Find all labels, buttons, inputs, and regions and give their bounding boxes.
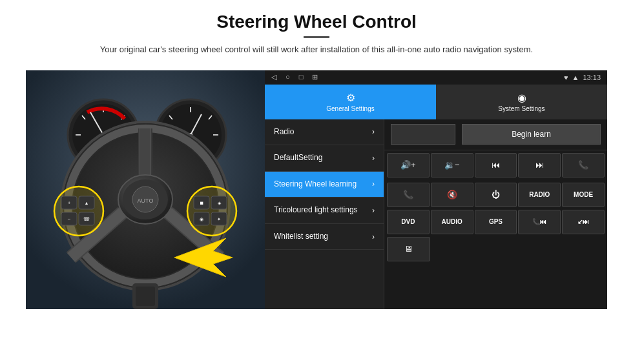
svg-text:+: + [68,200,71,206]
chevron-default: › [372,154,375,163]
menu-item-radio[interactable]: Radio › [265,119,384,146]
svg-text:◉: ◉ [200,217,203,221]
menu-icon[interactable]: ⊞ [312,73,318,81]
gps-button[interactable]: GPS [475,210,517,234]
skip-next-icon: ↙⏭ [577,218,589,225]
prev-track-button[interactable]: ⏮ [475,153,517,177]
subtitle: Your original car's steering wheel contr… [100,43,533,56]
power-button[interactable]: ⏻ [475,183,517,207]
back-icon[interactable]: ◁ [271,73,276,81]
menu-whitelist-label: Whitelist setting [274,232,372,242]
tab-general-label: General Settings [326,105,375,112]
menu-item-default-setting[interactable]: DefaultSetting › [265,145,384,172]
svg-text:☎: ☎ [83,216,90,222]
vol-down-button[interactable]: 🔉− [431,153,473,177]
control-grid-row1: 🔊+ 🔉− ⏮ ⏭ 📞 [384,150,607,180]
next-track-icon: ⏭ [535,160,544,170]
begin-learn-row: Begin learn [384,119,607,150]
svg-text:−: − [68,216,71,222]
page-container: Steering Wheel Control Your original car… [0,0,633,364]
recents-icon[interactable]: □ [299,73,304,81]
menu-panel: Radio › DefaultSetting › Steering Wheel … [265,119,384,309]
menu-item-whitelist[interactable]: Whitelist setting › [265,224,384,250]
clock: 13:13 [583,74,601,81]
phone-prev-icon: 📞⏮ [532,218,546,225]
prev-track-icon: ⏮ [492,160,500,170]
skip-next-button[interactable]: ↙⏭ [562,210,605,234]
svg-rect-54 [136,287,155,306]
vol-up-button[interactable]: 🔊+ [387,153,430,177]
svg-text:▲: ▲ [85,201,89,205]
audio-button[interactable]: AUDIO [431,210,473,234]
power-icon: ⏻ [492,190,500,199]
next-track-button[interactable]: ⏭ [518,153,561,177]
menu-item-tricoloured[interactable]: Tricoloured light settings › [265,197,384,224]
dvd-label: DVD [401,218,415,225]
chevron-steering: › [372,179,375,188]
begin-learn-button[interactable]: Begin learn [462,124,601,145]
learn-input-box [391,124,455,145]
menu-steering-label: Steering Wheel learning [274,179,372,190]
svg-text:✦: ✦ [217,217,221,221]
system-settings-icon: ◉ [517,92,526,104]
title-section: Steering Wheel Control Your original car… [100,12,533,65]
device-screen: ◁ ○ □ ⊞ ♥ ▲ 13:13 ⚙ General Settings [265,70,607,309]
call-answer-icon: 📞 [403,190,413,199]
tab-general-settings[interactable]: ⚙ General Settings [265,85,436,119]
menu-item-steering-wheel[interactable]: Steering Wheel learning › [265,172,384,198]
title-divider [304,36,329,38]
radio-btn-label: RADIO [529,191,550,198]
status-bar: ◁ ○ □ ⊞ ♥ ▲ 13:13 [265,70,607,85]
tab-bar: ⚙ General Settings ◉ System Settings [265,85,607,119]
dvd-button[interactable]: DVD [387,210,430,234]
tab-system-settings[interactable]: ◉ System Settings [436,85,607,119]
steering-wheel-image: AUTO + ▲ − ☎ ⏹ ◈ ◉ [26,70,265,309]
svg-point-43 [187,187,236,236]
screen-button[interactable]: 🖥 [387,237,430,261]
tab-system-label: System Settings [498,105,545,112]
menu-tricoloured-label: Tricoloured light settings [274,205,372,216]
call-answer-button[interactable]: 📞 [387,183,430,207]
mute-icon: 🔇 [447,190,457,199]
signal-icon: ▲ [572,74,579,81]
gps-label: GPS [489,218,503,225]
chevron-whitelist: › [372,232,375,241]
menu-default-label: DefaultSetting [274,153,372,163]
phone-prev-button[interactable]: 📞⏮ [518,210,561,234]
status-icons: ♥ ▲ 13:13 [564,74,601,81]
chevron-tricoloured: › [372,206,375,215]
home-icon[interactable]: ○ [285,73,290,81]
svg-text:⏹: ⏹ [200,201,204,205]
chevron-radio: › [372,127,375,136]
svg-text:AUTO: AUTO [138,197,154,204]
radio-button[interactable]: RADIO [518,183,561,207]
mute-button[interactable]: 🔇 [431,183,473,207]
content-area: AUTO + ▲ − ☎ ⏹ ◈ ◉ [26,70,607,309]
nav-icons: ◁ ○ □ ⊞ [271,73,318,81]
vol-down-icon: 🔉− [444,160,460,170]
screen-icon: 🖥 [404,244,413,254]
mode-btn-label: MODE [574,191,593,198]
wifi-icon: ♥ [564,74,568,81]
svg-point-34 [54,187,103,236]
main-content: Radio › DefaultSetting › Steering Wheel … [265,119,607,309]
general-settings-icon: ⚙ [346,92,355,104]
page-title: Steering Wheel Control [100,12,533,32]
mode-button[interactable]: MODE [562,183,605,207]
audio-label: AUDIO [442,218,462,225]
phone-icon: 📞 [578,160,588,170]
control-grid-row3: DVD AUDIO GPS 📞⏮ ↙⏭ [384,210,607,237]
menu-radio-label: Radio [274,127,372,137]
control-grid-row2: 📞 🔇 ⏻ RADIO MODE [384,180,607,210]
vol-up-icon: 🔊+ [400,160,416,170]
phone-button[interactable]: 📞 [562,153,605,177]
controls-panel: Begin learn 🔊+ 🔉− ⏮ [384,119,607,309]
